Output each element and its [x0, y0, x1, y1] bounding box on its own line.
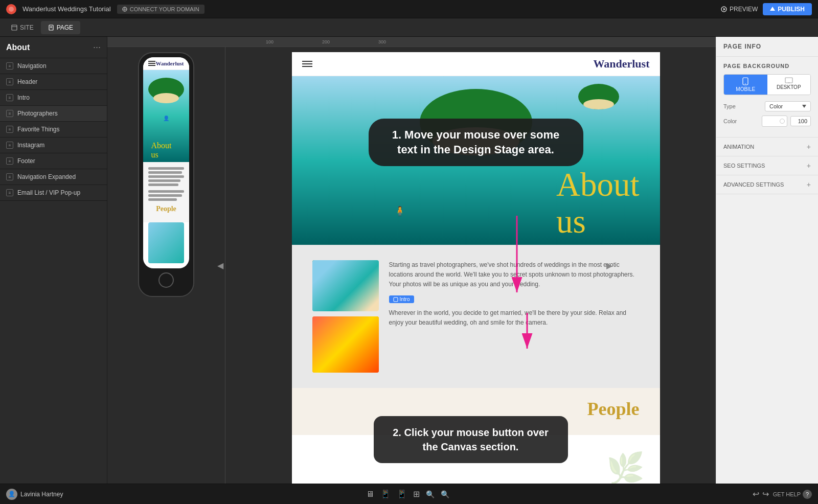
ds-content-section[interactable]: Starting as travel photographers, we've …: [292, 245, 660, 388]
svg-marker-5: [723, 8, 725, 11]
undo-redo-controls: ↩ ↪: [753, 489, 769, 499]
header-icon: ≡: [6, 78, 13, 85]
photographers-icon: ≡: [6, 110, 13, 117]
color-swatch[interactable]: [762, 116, 787, 127]
footer-icon: ≡: [6, 157, 13, 165]
ds-content-text: Starting as travel photographers, we've …: [389, 260, 640, 333]
sidebar-item-header[interactable]: ≡ Header: [0, 74, 107, 90]
type-field-row: Type Color: [723, 101, 811, 111]
phone-content: People: [143, 162, 189, 222]
intro-badge[interactable]: Intro: [389, 295, 414, 303]
mobile-tab[interactable]: MOBILE: [724, 75, 767, 95]
animation-section[interactable]: ANIMATION +: [716, 138, 818, 156]
svg-point-0: [9, 7, 14, 12]
desktop-view-icon[interactable]: 🖥: [366, 490, 374, 499]
help-icon[interactable]: ?: [803, 490, 812, 499]
canvas-main: Wanderlust: [225, 47, 716, 484]
tablet-view-icon[interactable]: 📱: [380, 489, 391, 499]
color-label: Color: [723, 118, 737, 124]
tab-site[interactable]: SITE: [4, 21, 41, 34]
collapse-right-arrow[interactable]: ▶: [606, 261, 612, 270]
zoom-out-button[interactable]: 🔍: [426, 490, 435, 498]
sidebar-more-icon[interactable]: ···: [93, 42, 101, 53]
phone-bottom-image: [148, 222, 184, 263]
ds-about-text: Aboutus: [556, 167, 640, 240]
app-logo: [6, 4, 16, 14]
bottom-bar-right: ↩ ↪ GET HELP ?: [753, 489, 812, 499]
phone-people-title: People: [148, 205, 184, 213]
canvas-inner: ◀ Wanderlust: [107, 47, 716, 484]
phone-nav: Wanderlust: [143, 57, 189, 70]
type-select[interactable]: Color: [765, 101, 811, 111]
preview-button[interactable]: PREVIEW: [721, 6, 758, 13]
publish-button[interactable]: PUBLISH: [763, 3, 812, 15]
svg-text:200: 200: [322, 39, 330, 44]
page-background-section: PAGE BACKGROUND MOBILE DESKTOP Type Colo…: [716, 57, 818, 138]
phone-hamburger-icon: [148, 61, 155, 66]
redo-button[interactable]: ↪: [762, 489, 769, 499]
tooltip-bubble-2: 2. Click your mouse button over the Canv…: [374, 416, 568, 463]
user-name: Lavinia Hartney: [20, 491, 63, 498]
topbar-right: PREVIEW PUBLISH: [721, 3, 812, 15]
sidebar-item-favorite-things[interactable]: ≡ Favorite Things: [0, 122, 107, 138]
ds-content-images: [312, 260, 379, 373]
email-list-icon: ≡: [6, 189, 13, 196]
collapse-left-arrow[interactable]: ◀: [217, 261, 223, 270]
ds-nav-logo: Wanderlust: [593, 57, 649, 71]
intro-icon: ≡: [6, 94, 13, 101]
type-label: Type: [723, 103, 736, 109]
sidebar-item-navigation-expanded[interactable]: ≡ Navigation Expanded: [0, 169, 107, 185]
sidebar-title: About: [6, 43, 30, 52]
topbar: Wanderlust Weddings Tutorial CONNECT YOU…: [0, 0, 818, 18]
canvas-wrapper: 100 200 300 ◀: [107, 37, 716, 484]
ds-navigation[interactable]: Wanderlust: [292, 52, 660, 76]
bottom-bar: 👤 Lavinia Hartney 🖥 📱 📱 ⊞ 🔍 🔍 ↩ ↪ GET HE…: [0, 484, 818, 504]
sidebar-item-instagram[interactable]: ≡ Instagram: [0, 138, 107, 153]
right-panel: PAGE INFO PAGE BACKGROUND MOBILE DESKTOP…: [716, 37, 818, 484]
user-avatar: 👤: [6, 489, 17, 500]
ds-hamburger-icon[interactable]: [302, 61, 312, 67]
mobile-view-icon[interactable]: 📱: [397, 489, 407, 499]
sidebar-item-photographers[interactable]: ≡ Photographers: [0, 106, 107, 122]
svg-text:300: 300: [378, 39, 386, 44]
sidebar: About ··· ≡ Navigation ≡ Header ≡ Intro …: [0, 37, 107, 484]
desktop-tab[interactable]: DESKTOP: [767, 75, 811, 95]
tab-page[interactable]: PAGE: [41, 21, 80, 34]
phone-home-button[interactable]: [158, 272, 174, 288]
grid-icon[interactable]: ⊞: [413, 489, 420, 499]
zoom-in-button[interactable]: 🔍: [441, 490, 449, 498]
instagram-icon: ≡: [6, 142, 13, 149]
sidebar-item-email-list[interactable]: ≡ Email List / VIP Pop-up: [0, 185, 107, 201]
phone-logo: Wanderlust: [155, 60, 184, 66]
tooltip-bubble-1: 1. Move your mouse over some text in the…: [369, 119, 583, 166]
sidebar-item-footer[interactable]: ≡ Footer: [0, 153, 107, 169]
ds-image-2: [312, 316, 379, 373]
get-help-section[interactable]: GET HELP ?: [773, 490, 812, 499]
advanced-expand-icon: +: [807, 180, 811, 189]
favorite-things-icon: ≡: [6, 126, 13, 133]
advanced-settings-section[interactable]: ADVANCED SETTINGS +: [716, 175, 818, 194]
connect-domain-button[interactable]: CONNECT YOUR DOMAIN: [117, 5, 204, 14]
sidebar-item-intro[interactable]: ≡ Intro: [0, 90, 107, 106]
seo-settings-section[interactable]: SEO SETTINGS +: [716, 156, 818, 175]
seo-expand-icon: +: [807, 162, 811, 170]
undo-button[interactable]: ↩: [753, 489, 759, 499]
opacity-field[interactable]: 100: [790, 116, 811, 126]
phone-frame: Wanderlust 👤 Aboutus: [138, 52, 194, 297]
sidebar-item-navigation[interactable]: ≡ Navigation: [0, 58, 107, 74]
bottom-bar-user: 👤 Lavinia Hartney: [6, 489, 63, 500]
svg-marker-6: [770, 7, 775, 11]
animation-expand-icon: +: [807, 143, 811, 151]
svg-point-22: [745, 83, 746, 84]
color-field-row: Color 100: [723, 116, 811, 127]
right-panel-header: PAGE INFO: [716, 37, 818, 57]
site-page-tabs: SITE PAGE: [0, 18, 818, 37]
svg-rect-16: [394, 297, 398, 302]
page-background-label: PAGE BACKGROUND: [723, 63, 811, 69]
main-layout: About ··· ≡ Navigation ≡ Header ≡ Intro …: [0, 37, 818, 484]
app-title: Wanderlust Weddings Tutorial: [22, 5, 111, 13]
mobile-preview-small: Wanderlust 👤 Aboutus: [107, 47, 225, 484]
sidebar-header: About ···: [0, 37, 107, 58]
bottom-bar-tools: 🖥 📱 📱 ⊞ 🔍 🔍: [366, 489, 449, 499]
ruler-top: 100 200 300: [107, 37, 716, 47]
